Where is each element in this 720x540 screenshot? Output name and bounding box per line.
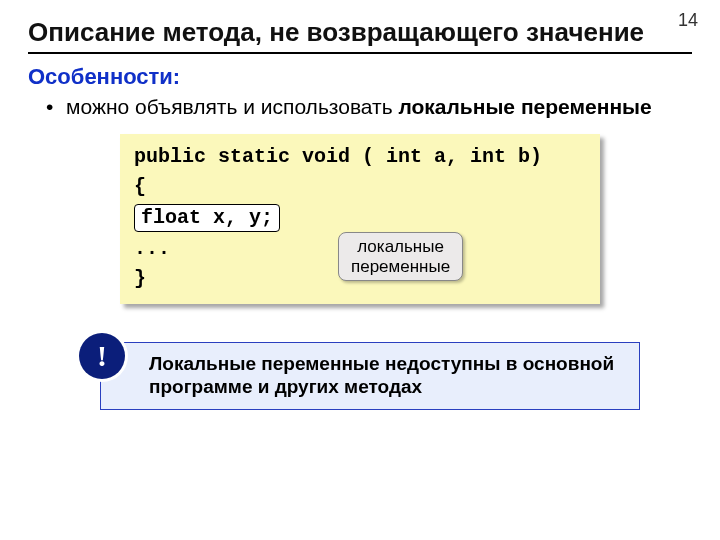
- note-text: Локальные переменные недоступны в основн…: [149, 353, 614, 397]
- callout-line-1: локальные: [357, 237, 444, 256]
- feature-list: можно объявлять и использовать локальные…: [46, 94, 720, 120]
- code-highlight: float x, y;: [134, 204, 280, 232]
- bullet-text-prefix: можно объявлять и использовать: [66, 95, 398, 118]
- bullet-text-strong: локальные переменные: [398, 95, 651, 118]
- code-block: public static void ( int a, int b) { flo…: [120, 134, 600, 304]
- note-box: ! Локальные переменные недоступны в осно…: [100, 342, 640, 410]
- section-heading: Особенности:: [28, 64, 720, 90]
- code-line-1: public static void ( int a, int b): [134, 142, 586, 172]
- code-line-2: {: [134, 172, 586, 202]
- callout-line-2: переменные: [351, 257, 450, 276]
- page-number: 14: [678, 10, 698, 31]
- callout-label: локальные переменные: [338, 232, 463, 281]
- list-item: можно объявлять и использовать локальные…: [46, 94, 720, 120]
- slide-title: Описание метода, не возвращающего значен…: [28, 18, 692, 48]
- title-underline: [28, 52, 692, 54]
- exclamation-icon: !: [79, 333, 125, 379]
